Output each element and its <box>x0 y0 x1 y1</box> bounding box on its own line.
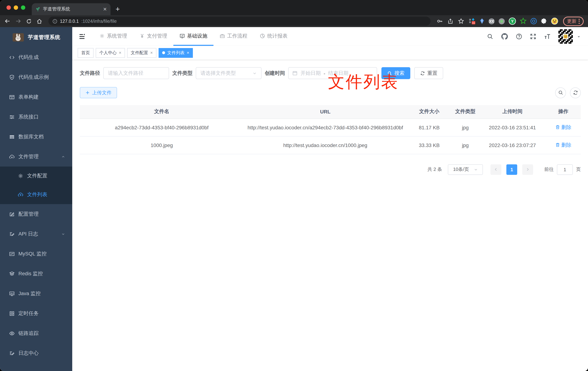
chevron-down-icon <box>474 168 478 171</box>
tag-close-icon[interactable]: × <box>119 50 121 55</box>
prev-page-button[interactable] <box>491 164 501 175</box>
file-type-select[interactable]: 请选择文件类型 <box>196 67 262 79</box>
column-header-文件类型: 文件类型 <box>452 105 479 118</box>
current-page-button[interactable]: 1 <box>506 164 517 175</box>
extension-green-star-icon[interactable] <box>520 18 527 25</box>
chrome-update-button[interactable]: 更新 <box>563 16 584 26</box>
layers-icon <box>9 271 15 276</box>
delete-button[interactable]: 删除 <box>555 123 571 131</box>
file-name-cell: a294ecb2-73dd-4353-bf40-296b8931d0bf <box>80 118 244 136</box>
next-page-button[interactable] <box>522 164 533 175</box>
sidebar-item-系统接口[interactable]: 系统接口 <box>0 107 72 127</box>
share-icon[interactable] <box>448 18 453 24</box>
url-bar[interactable]: 127.0.0.1:1024/infra/file/file <box>48 17 430 26</box>
back-icon[interactable] <box>4 18 10 24</box>
delete-button[interactable]: 删除 <box>555 141 571 149</box>
zoom-window-button[interactable] <box>21 5 25 10</box>
browser-toolbar: 127.0.0.1:1024/infra/file/file 11Y 更新 <box>0 15 588 27</box>
bookmark-star-icon[interactable] <box>458 18 464 24</box>
sidebar-item-表单构建[interactable]: 表单构建 <box>0 87 72 107</box>
sidebar-item-API 日志[interactable]: API 日志 <box>0 224 72 244</box>
fullscreen-icon[interactable] <box>530 33 536 40</box>
tab-close-icon[interactable]: ✕ <box>103 7 107 12</box>
topnav-item-系统管理[interactable]: 系统管理 <box>93 27 133 46</box>
forward-icon[interactable] <box>15 18 21 24</box>
sidebar-item-定时任务[interactable]: 定时任务 <box>0 303 72 323</box>
sidebar-item-数据库文档[interactable]: 数据库文档 <box>0 127 72 147</box>
browser-tab[interactable]: 芋道管理系统 ✕ <box>32 3 111 15</box>
extension-puzzle-icon[interactable] <box>541 18 547 24</box>
chevron-up-icon <box>61 154 65 159</box>
sidebar-item-文件配置[interactable]: 文件配置 <box>0 167 72 185</box>
column-header-文件名: 文件名 <box>80 105 244 118</box>
extension-blue-eye-icon[interactable] <box>530 18 537 25</box>
goto-page-input[interactable] <box>557 164 573 175</box>
tag-close-icon[interactable]: × <box>150 50 153 55</box>
sidebar-item-配置管理[interactable]: 配置管理 <box>0 204 72 224</box>
tag-label: 首页 <box>81 50 90 56</box>
sidebar-item-代码生成[interactable]: 代码生成 <box>0 47 72 67</box>
action-cell: 删除 <box>546 136 581 154</box>
page: 芋道管理系统 代码生成代码生成示例表单构建系统接口数据库文档文件管理文件配置文件… <box>0 27 588 371</box>
sidebar-item-代码生成示例[interactable]: 代码生成示例 <box>0 67 72 87</box>
sidebar-logo[interactable]: 芋道管理系统 <box>0 27 72 47</box>
yen-icon <box>139 33 145 39</box>
upload-file-button[interactable]: 上传文件 <box>80 87 117 98</box>
extension-command-icon[interactable] <box>488 18 495 24</box>
page-size-select[interactable]: 10条/页 <box>448 164 483 175</box>
browser-menu-icon[interactable] <box>579 19 580 24</box>
topnav-item-工作流程[interactable]: 工作流程 <box>213 27 253 46</box>
sidebar-item-label: 系统接口 <box>18 114 39 120</box>
topnav-item-统计报表[interactable]: 统计报表 <box>253 27 294 46</box>
tag-首页[interactable]: 首页 <box>78 48 94 58</box>
github-icon[interactable] <box>501 33 508 40</box>
sidebar-item-Redis 监控[interactable]: Redis 监控 <box>0 264 72 284</box>
home-icon[interactable] <box>36 18 42 24</box>
password-key-icon[interactable] <box>437 18 443 24</box>
tag-文件配置[interactable]: 文件配置× <box>127 48 156 58</box>
avatar-qr-code[interactable] <box>558 29 573 44</box>
close-window-button[interactable] <box>7 5 11 10</box>
extension-balloon-icon[interactable] <box>479 18 485 24</box>
search-button[interactable]: 搜索 <box>381 67 410 79</box>
date-range-picker[interactable]: 开始日期 - 结束日期 <box>288 67 377 79</box>
table-header-row: 文件名URL文件大小文件类型上传时间操作 <box>80 105 581 118</box>
url-path: :1024/infra/file/file <box>81 19 117 24</box>
refresh-table-icon[interactable] <box>570 87 581 98</box>
minimize-window-button[interactable] <box>14 5 18 10</box>
reload-icon[interactable] <box>26 18 32 24</box>
search-icon[interactable] <box>487 33 493 40</box>
sidebar-item-链路追踪[interactable]: 链路追踪 <box>0 323 72 343</box>
new-tab-button[interactable]: + <box>116 4 120 14</box>
sidebar-item-日志中心[interactable]: 日志中心 <box>0 343 72 363</box>
sidebar-item-MySQL 监控[interactable]: MySQL 监控 <box>0 244 72 264</box>
tag-close-icon[interactable]: × <box>187 50 189 55</box>
avatar-caret-down-icon[interactable] <box>577 34 581 39</box>
browser-titlebar: 芋道管理系统 ✕ + <box>0 0 588 15</box>
reset-button[interactable]: 重置 <box>414 67 443 79</box>
sidebar-item-Java 监控[interactable]: Java 监控 <box>0 284 72 303</box>
file-type-placeholder: 请选择文件类型 <box>200 70 236 76</box>
site-info-icon[interactable] <box>52 19 57 24</box>
topnav-item-支付管理[interactable]: 支付管理 <box>133 27 173 46</box>
extension-record-icon[interactable] <box>498 18 505 24</box>
toggle-search-icon[interactable] <box>555 87 566 98</box>
upload-file-label: 上传文件 <box>92 89 112 96</box>
sidebar-item-文件列表[interactable]: 文件列表 <box>0 185 72 204</box>
sidebar-item-label: 代码生成示例 <box>18 74 49 80</box>
tag-个人中心[interactable]: 个人中心× <box>96 48 125 58</box>
extension-yudao-y-icon[interactable]: Y <box>509 17 516 25</box>
sidebar-item-文件管理[interactable]: 文件管理 <box>0 147 72 167</box>
file-path-input[interactable]: 请输入文件路径 <box>103 67 169 79</box>
browser-window: 芋道管理系统 ✕ + 127.0.0.1:1024/infra/file/fil… <box>0 0 588 371</box>
sidebar-item-label: MySQL 监控 <box>18 251 47 257</box>
extension-pin-grid-icon[interactable]: 11 <box>469 18 476 25</box>
tag-文件列表[interactable]: 文件列表× <box>158 48 193 58</box>
font-size-icon[interactable] <box>544 33 551 40</box>
file-type-cell: jpg <box>452 118 479 136</box>
collapse-sidebar-icon[interactable] <box>78 33 86 40</box>
pie-icon <box>260 33 265 39</box>
help-icon[interactable] <box>516 33 522 40</box>
extension-emoji-icon[interactable] <box>551 17 558 25</box>
topnav-item-基础设施[interactable]: 基础设施 <box>173 27 213 46</box>
